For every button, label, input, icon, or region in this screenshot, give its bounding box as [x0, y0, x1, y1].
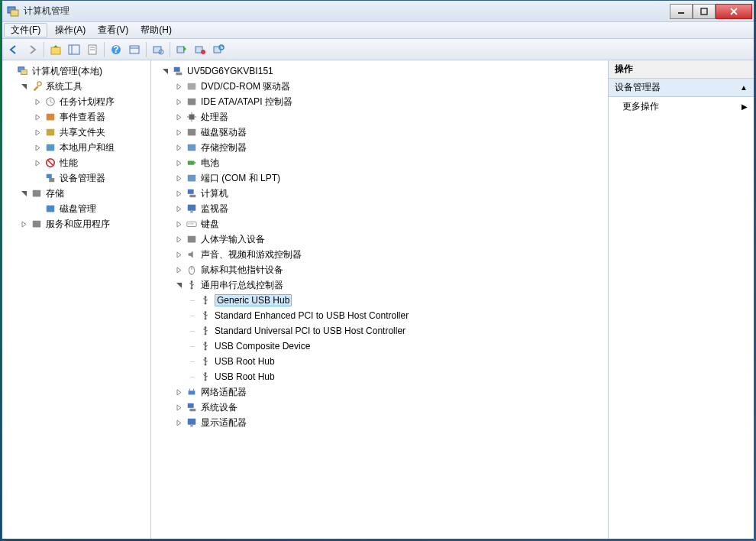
tree-item[interactable]: ┈Standard Enhanced PCI to USB Host Contr… [153, 308, 606, 323]
tree-item[interactable]: 服务和应用程序 [4, 216, 149, 232]
expand-icon[interactable] [174, 128, 184, 138]
tree-item[interactable]: ┈USB Root Hub [153, 369, 606, 384]
minimize-button[interactable] [670, 4, 693, 19]
tree-item[interactable]: 处理器 [153, 109, 606, 125]
tree-item-label: DVD/CD-ROM 驱动器 [201, 80, 290, 93]
tree-item[interactable]: 通用串行总线控制器 [153, 277, 606, 293]
show-hide-tree-button[interactable] [66, 41, 82, 58]
svg-rect-78 [205, 349, 207, 351]
menu-action[interactable]: 操作(A) [49, 22, 92, 38]
expand-icon[interactable] [174, 82, 184, 92]
expand-icon[interactable] [33, 128, 43, 138]
tree-item-label: 系统工具 [46, 80, 82, 93]
actions-section[interactable]: 设备管理器 ▲ [609, 79, 754, 97]
expand-icon[interactable] [174, 189, 184, 199]
maximize-button[interactable] [693, 4, 716, 19]
properties-button[interactable] [84, 41, 101, 58]
expand-icon[interactable] [33, 97, 43, 107]
more-actions-item[interactable]: 更多操作 ▶ [609, 97, 754, 115]
collapse-icon[interactable] [19, 82, 29, 92]
tree-item[interactable]: ┈Generic USB Hub [153, 293, 606, 308]
tree-item[interactable]: 键盘 [153, 216, 606, 232]
expand-icon[interactable] [174, 173, 184, 183]
leaf-spacer: ┈ [188, 296, 198, 306]
content-area: 计算机管理(本地)系统工具任务计划程序事件查看器共享文件夹本地用户和组性能设备管… [2, 60, 754, 539]
expand-icon[interactable] [174, 219, 184, 229]
tree-item[interactable]: 本地用户和组 [4, 140, 149, 155]
collapse-icon[interactable] [160, 66, 170, 76]
tree-item[interactable]: 性能 [4, 155, 149, 170]
tree-item[interactable]: 磁盘管理 [4, 201, 149, 216]
tree-item-label: 计算机 [201, 187, 228, 200]
usb-icon [199, 340, 212, 352]
expand-icon[interactable] [174, 158, 184, 168]
tree-item[interactable]: 端口 (COM 和 LPT) [153, 170, 606, 186]
uninstall-button[interactable] [210, 41, 227, 58]
disable-button[interactable] [192, 41, 208, 58]
tree-item[interactable]: ┈USB Root Hub [153, 354, 606, 369]
tree-item[interactable]: 存储 [4, 186, 149, 201]
expand-icon[interactable] [174, 250, 184, 260]
tree-item[interactable]: 网络适配器 [153, 384, 606, 400]
svg-rect-85 [189, 390, 195, 394]
actions-header: 操作 [609, 60, 754, 79]
tree-item[interactable]: ┈USB Composite Device [153, 339, 606, 354]
tree-item[interactable]: 鼠标和其他指针设备 [153, 262, 606, 277]
tree-item[interactable]: 事件查看器 [4, 109, 149, 125]
expand-icon[interactable] [174, 204, 184, 214]
collapse-icon[interactable] [19, 189, 29, 199]
tree-item[interactable]: ┈Standard Universal PCI to USB Host Cont… [153, 323, 606, 339]
expand-icon[interactable] [174, 235, 184, 245]
tree-item[interactable]: 存储控制器 [153, 140, 606, 155]
svg-rect-84 [205, 380, 207, 381]
expand-icon[interactable] [174, 265, 184, 275]
tree-item-label: 显示适配器 [201, 416, 247, 429]
collapse-icon[interactable] [174, 280, 184, 290]
expand-icon[interactable] [19, 219, 29, 229]
menu-view[interactable]: 查看(V) [92, 22, 134, 38]
tree-item[interactable]: 计算机管理(本地) [4, 63, 149, 79]
tree-item-label: USB Root Hub [215, 356, 275, 367]
expand-icon[interactable] [33, 158, 43, 168]
menu-file[interactable]: 文件(F) [4, 23, 47, 37]
up-button[interactable] [47, 41, 64, 58]
expand-icon[interactable] [174, 418, 184, 428]
tree-item[interactable]: 电池 [153, 155, 606, 170]
device-tree-pane[interactable]: UV5DG6YGKVBI151DVD/CD-ROM 驱动器IDE ATA/ATA… [151, 60, 609, 539]
back-button[interactable] [5, 41, 22, 58]
expand-icon[interactable] [174, 387, 184, 397]
close-button[interactable] [716, 4, 752, 19]
tree-item-label: 计算机管理(本地) [32, 65, 102, 78]
tree-item[interactable]: 设备管理器 [4, 170, 149, 186]
tree-item[interactable]: UV5DG6YGKVBI151 [153, 63, 606, 79]
forward-button[interactable] [24, 41, 40, 58]
expand-icon[interactable] [174, 112, 184, 122]
tree-item[interactable]: 计算机 [153, 186, 606, 201]
enable-button[interactable] [173, 41, 190, 58]
expand-icon[interactable] [174, 403, 184, 413]
expand-icon[interactable] [33, 143, 43, 153]
tools-icon [31, 80, 43, 92]
menu-help[interactable]: 帮助(H) [134, 22, 178, 38]
tree-item[interactable]: 显示适配器 [153, 415, 606, 430]
expand-icon[interactable] [174, 97, 184, 107]
tree-item[interactable]: 系统设备 [153, 400, 606, 415]
tree-item[interactable]: 声音、视频和游戏控制器 [153, 247, 606, 262]
tree-item[interactable]: 共享文件夹 [4, 125, 149, 140]
view-mode-button[interactable] [126, 41, 143, 58]
tree-item[interactable]: DVD/CD-ROM 驱动器 [153, 79, 606, 94]
scan-button[interactable] [150, 41, 166, 58]
help-button[interactable]: ? [108, 41, 124, 58]
tree-item[interactable]: 人体学输入设备 [153, 232, 606, 247]
tree-item[interactable]: 监视器 [153, 201, 606, 216]
left-tree-pane[interactable]: 计算机管理(本地)系统工具任务计划程序事件查看器共享文件夹本地用户和组性能设备管… [2, 60, 151, 539]
expand-icon[interactable] [174, 143, 184, 153]
titlebar[interactable]: 计算机管理 [2, 1, 754, 22]
tree-item[interactable]: 磁盘驱动器 [153, 125, 606, 140]
svg-point-60 [192, 223, 193, 224]
tree-item[interactable]: IDE ATA/ATAPI 控制器 [153, 94, 606, 109]
expand-icon[interactable] [33, 112, 43, 122]
tree-item[interactable]: 任务计划程序 [4, 94, 149, 109]
tree-item[interactable]: 系统工具 [4, 79, 149, 94]
tree-item-label: 性能 [60, 157, 78, 170]
